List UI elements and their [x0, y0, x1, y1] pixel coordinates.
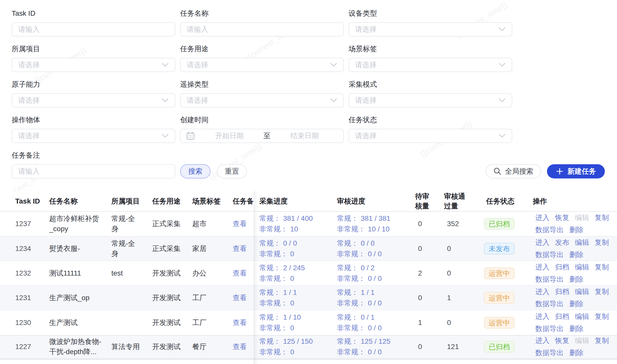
cell-task-status: 运营中 [483, 261, 533, 285]
cell-project: test [111, 261, 152, 285]
action-archive[interactable]: 归档 [555, 312, 569, 322]
action-copy[interactable]: 复制 [595, 262, 609, 272]
task-table: Task ID 任务名称 所属项目 任务用途 场景标签 任务备注 采集进度 审核… [0, 191, 617, 360]
filter-label-task-status: 任务状态 [349, 116, 512, 124]
table-row: 1231 生产测试_op 开发测试 工厂 查看 常规：1 / 1 非常规：0 常… [0, 286, 617, 310]
start-date-input[interactable]: 开始日期 [197, 131, 262, 141]
cell-task-id: 1231 [15, 286, 49, 310]
action-edit[interactable]: 编辑 [575, 312, 589, 322]
action-publish[interactable]: 发布 [555, 238, 569, 248]
action-edit[interactable]: 编辑 [575, 213, 589, 223]
action-archive[interactable]: 归档 [555, 287, 569, 297]
view-note-link[interactable]: 查看 [233, 268, 247, 278]
action-edit[interactable]: 编辑 [575, 238, 589, 248]
action-copy[interactable]: 复制 [595, 213, 609, 223]
action-copy[interactable]: 复制 [595, 287, 609, 297]
filter-field-teleop-type: 遥操类型 请选择 [180, 80, 344, 107]
cell-task-status: 已归档 [483, 336, 533, 358]
task-purpose-select[interactable]: 请选择 [180, 58, 344, 72]
task-id-input[interactable]: 请输入 [12, 22, 175, 37]
action-copy[interactable]: 复制 [595, 238, 609, 248]
action-enter[interactable]: 进入 [535, 238, 550, 248]
teleop-type-select[interactable]: 请选择 [180, 93, 344, 107]
table-row: 1234 熨烫衣服- 常规-全身 正式采集 家居 查看 常规：0 / 0 非常规… [0, 236, 617, 261]
search-button[interactable]: 搜索 [180, 164, 211, 178]
action-export[interactable]: 数据导出 [535, 348, 564, 358]
header-collect-progress: 采集进度 [259, 191, 337, 211]
end-date-input[interactable]: 结束日期 [272, 131, 337, 141]
view-note-link[interactable]: 查看 [233, 342, 247, 352]
action-archive[interactable]: 归档 [555, 262, 569, 272]
status-badge: 运营中 [484, 317, 515, 329]
action-delete[interactable]: 删除 [569, 348, 584, 358]
chevron-down-icon [330, 63, 337, 67]
plus-icon [556, 168, 563, 175]
cell-pending-count: 0 [415, 212, 444, 236]
cell-purpose: 正式采集 [152, 236, 192, 261]
action-export[interactable]: 数据导出 [535, 225, 564, 235]
action-copy[interactable]: 复制 [595, 312, 609, 322]
device-type-select[interactable]: 请选择 [349, 22, 512, 37]
action-enter[interactable]: 进入 [535, 287, 550, 297]
action-copy[interactable]: 复制 [595, 336, 609, 346]
action-edit[interactable]: 编辑 [575, 336, 589, 346]
cell-passed-count: 352 [444, 212, 483, 236]
action-delete[interactable]: 删除 [569, 250, 584, 260]
table-row: 1230 生产测试 开发测试 工厂 查看 常规：1 / 10 非常规：0 常规：… [0, 310, 617, 336]
action-delete[interactable]: 删除 [569, 299, 584, 309]
cell-purpose: 开发测试 [152, 336, 192, 358]
action-delete[interactable]: 删除 [569, 225, 584, 235]
cell-passed-count: 0 [444, 261, 483, 285]
action-delete[interactable]: 删除 [569, 324, 584, 334]
task-note-input[interactable]: 请输入 [12, 164, 175, 178]
input-placeholder: 请输入 [187, 25, 208, 34]
task-status-select[interactable]: 请选择 [349, 129, 512, 143]
search-icon [493, 167, 502, 175]
filter-field-task-purpose: 任务用途 请选择 [180, 45, 344, 72]
filter-label-operate-object: 操作物体 [12, 116, 175, 124]
select-placeholder: 请选择 [187, 60, 330, 70]
scene-tag-select[interactable]: 请选择 [349, 58, 512, 72]
action-delete[interactable]: 删除 [569, 274, 584, 284]
view-note-link[interactable]: 查看 [233, 318, 247, 328]
chevron-down-icon [499, 134, 506, 138]
action-restore[interactable]: 恢复 [555, 213, 569, 223]
filter-label-task-name: 任务名称 [180, 9, 344, 18]
create-time-range-picker[interactable]: 开始日期 至 结束日期 [180, 129, 344, 143]
action-export[interactable]: 数据导出 [535, 324, 564, 334]
cell-project: 常规-全身 [111, 212, 152, 236]
view-note-link[interactable]: 查看 [233, 244, 247, 254]
cell-passed-count: 1 [444, 286, 483, 310]
action-export[interactable]: 数据导出 [535, 274, 564, 284]
task-name-input[interactable]: 请输入 [180, 22, 344, 37]
cell-project [111, 286, 152, 310]
create-task-label: 新建任务 [568, 167, 596, 176]
filter-label-task-note: 任务备注 [12, 151, 175, 160]
action-export[interactable]: 数据导出 [535, 299, 564, 309]
view-note-link[interactable]: 查看 [233, 293, 247, 303]
create-task-button[interactable]: 新建任务 [547, 164, 605, 178]
operate-object-select[interactable]: 请选择 [12, 129, 175, 143]
project-select[interactable]: 请选择 [12, 58, 175, 72]
action-export[interactable]: 数据导出 [535, 250, 564, 260]
action-edit[interactable]: 编辑 [575, 262, 589, 272]
filter-field-task-status: 任务状态 请选择 [349, 116, 512, 143]
action-enter[interactable]: 进入 [535, 336, 550, 346]
view-note-link[interactable]: 查看 [233, 219, 247, 229]
filter-label-task-id: Task ID [12, 9, 175, 18]
cell-passed-count: 0 [444, 236, 483, 261]
action-edit[interactable]: 编辑 [575, 287, 589, 297]
action-enter[interactable]: 进入 [535, 262, 550, 272]
collect-mode-select[interactable]: 请选择 [349, 93, 512, 107]
atomic-ability-select[interactable]: 请选择 [12, 93, 175, 107]
action-enter[interactable]: 进入 [535, 312, 550, 322]
cell-actions: 进入 恢复 编辑 复制 数据导出 删除 [533, 336, 617, 358]
action-restore[interactable]: 恢复 [555, 336, 569, 346]
cell-task-status: 运营中 [483, 286, 533, 310]
action-enter[interactable]: 进入 [535, 213, 550, 223]
cell-review-progress: 常规：0 / 1 非常规：0 / 0 [337, 310, 415, 335]
filter-field-task-name: 任务名称 请输入 [180, 9, 344, 37]
reset-button[interactable]: 重置 [217, 164, 247, 178]
select-placeholder: 请选择 [355, 60, 499, 70]
global-search-button[interactable]: 全局搜索 [486, 164, 541, 178]
